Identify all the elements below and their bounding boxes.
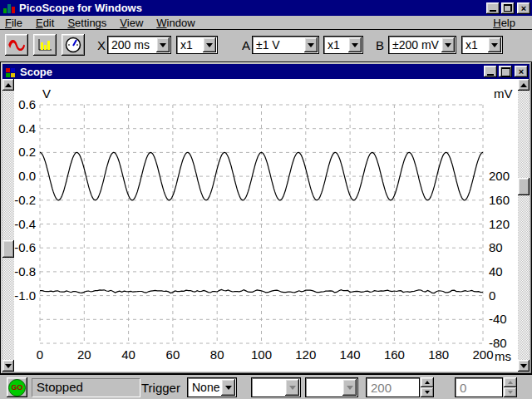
scrollbar-thumb[interactable] — [518, 178, 530, 195]
trigger-delay-field[interactable]: 0 — [455, 377, 503, 397]
trigger-mode-select[interactable]: None — [187, 377, 237, 397]
timebase-label: X — [97, 38, 106, 52]
scope-minimize-button[interactable] — [484, 66, 497, 77]
channel-a-offset-scrollbar[interactable] — [2, 79, 14, 372]
dropdown-arrow-icon[interactable] — [156, 37, 170, 52]
trigger-source-select[interactable] — [251, 377, 301, 397]
gauge-icon — [65, 37, 81, 53]
svg-text:160: 160 — [489, 193, 510, 207]
scroll-down-button[interactable] — [2, 360, 14, 372]
gridlines — [40, 105, 483, 343]
svg-text:-0.8: -0.8 — [14, 264, 36, 278]
svg-text:0.4: 0.4 — [18, 121, 36, 135]
svg-text:V: V — [42, 86, 51, 101]
trigger-direction-select[interactable] — [305, 377, 358, 397]
trigger-delay-stepper[interactable] — [504, 377, 517, 397]
x-multiplier-select[interactable]: x1 — [176, 36, 218, 54]
trigger-label: Trigger — [141, 381, 180, 395]
svg-text:80: 80 — [489, 240, 503, 254]
svg-text:120: 120 — [295, 347, 316, 362]
channel-b-offset-scrollbar[interactable] — [518, 79, 530, 372]
dropdown-arrow-icon[interactable] — [348, 37, 362, 52]
scope-close-button[interactable]: × — [515, 66, 528, 77]
channel-a-label: A — [242, 38, 250, 52]
close-icon: × — [521, 4, 526, 12]
app-icon — [2, 2, 16, 14]
menu-window[interactable]: Window — [150, 17, 201, 29]
svg-text:0.6: 0.6 — [18, 97, 36, 111]
scroll-up-button[interactable] — [2, 79, 14, 91]
timebase-select[interactable]: 200 ms — [107, 36, 171, 54]
svg-text:200: 200 — [472, 347, 493, 362]
scroll-up-button[interactable] — [518, 79, 530, 91]
svg-text:60: 60 — [166, 347, 180, 362]
spectrum-view-button[interactable] — [33, 34, 57, 56]
dropdown-arrow-icon[interactable] — [203, 37, 216, 52]
channel-a-range-select[interactable]: ±1 V — [252, 36, 319, 54]
sine-wave-icon — [8, 39, 25, 51]
restore-button[interactable] — [501, 2, 515, 14]
arrow-up-icon — [508, 378, 513, 384]
svg-text:40: 40 — [121, 347, 135, 362]
toolbar: X 200 ms x1 A ±1 V x1 B ±200 mV x1 — [0, 30, 532, 62]
go-button[interactable]: GO — [7, 377, 27, 397]
menu-view[interactable]: View — [113, 17, 150, 29]
svg-text:ms: ms — [495, 349, 511, 363]
svg-text:180: 180 — [428, 347, 449, 362]
spin-up-button[interactable] — [504, 377, 517, 387]
trigger-threshold-stepper[interactable] — [421, 377, 434, 397]
meter-view-button[interactable] — [62, 34, 85, 56]
scrollbar-thumb[interactable] — [2, 240, 14, 258]
channel-b-range-select[interactable]: ±200 mV — [388, 36, 456, 54]
spin-up-button[interactable] — [421, 377, 434, 387]
arrow-down-icon — [5, 364, 12, 372]
channel-a-multiplier-select[interactable]: x1 — [323, 36, 363, 54]
scope-window-title: Scope — [20, 66, 484, 78]
dropdown-arrow-icon[interactable] — [441, 37, 455, 52]
dropdown-arrow-icon[interactable] — [488, 37, 501, 52]
spin-down-button[interactable] — [504, 387, 517, 397]
maximize-icon — [501, 67, 510, 76]
spin-down-button[interactable] — [421, 387, 434, 397]
svg-text:140: 140 — [340, 347, 361, 362]
svg-text:-0.6: -0.6 — [14, 240, 36, 254]
menu-help[interactable]: Help — [486, 17, 522, 29]
axis-labels: 0.60.40.20.0-0.2-0.4-0.6-0.8-1.020016012… — [14, 86, 512, 363]
app-title: PicoScope for Windows — [19, 2, 486, 14]
svg-text:-0.4: -0.4 — [14, 217, 36, 231]
scope-view-button[interactable] — [5, 34, 28, 56]
channel-b-multiplier-select[interactable]: x1 — [461, 36, 503, 54]
scope-plot: 0.60.40.20.0-0.2-0.4-0.6-0.8-1.020016012… — [14, 79, 520, 373]
scope-maximize-button[interactable] — [499, 66, 512, 77]
svg-text:120: 120 — [489, 217, 510, 231]
scope-title-bar: Scope × — [2, 64, 530, 79]
dropdown-arrow-icon — [285, 379, 299, 396]
minimize-button[interactable] — [486, 2, 500, 14]
arrow-up-icon — [520, 80, 527, 87]
scroll-down-button[interactable] — [518, 360, 530, 372]
bar-chart-icon — [37, 38, 52, 52]
dropdown-arrow-icon[interactable] — [221, 379, 235, 396]
menu-bar: File Edit Settings View Window Help — [0, 16, 532, 30]
svg-text:100: 100 — [251, 347, 272, 362]
arrow-down-icon — [520, 364, 527, 372]
svg-text:-40: -40 — [489, 312, 507, 326]
minimize-icon — [487, 74, 494, 76]
svg-text:-1.0: -1.0 — [14, 288, 36, 303]
restore-icon — [504, 4, 512, 12]
status-bar: GO Stopped Trigger None 200 0 — [0, 374, 532, 399]
arrow-up-icon — [5, 80, 12, 87]
status-text: Stopped — [32, 378, 140, 397]
menu-settings[interactable]: Settings — [61, 17, 113, 29]
scope-window: Scope × 0.60.40.20.0-0.2-0.4-0.6-0.8-1.0… — [0, 62, 532, 374]
menu-edit[interactable]: Edit — [29, 17, 61, 29]
scope-window-icon — [5, 66, 17, 77]
arrow-up-icon — [425, 378, 430, 384]
menu-file[interactable]: File — [0, 17, 29, 29]
svg-text:20: 20 — [77, 347, 91, 362]
go-icon: GO — [8, 379, 26, 397]
trigger-threshold-field[interactable]: 200 — [366, 377, 420, 397]
close-icon: × — [519, 67, 524, 76]
dropdown-arrow-icon[interactable] — [304, 37, 318, 52]
close-button[interactable]: × — [517, 2, 530, 14]
